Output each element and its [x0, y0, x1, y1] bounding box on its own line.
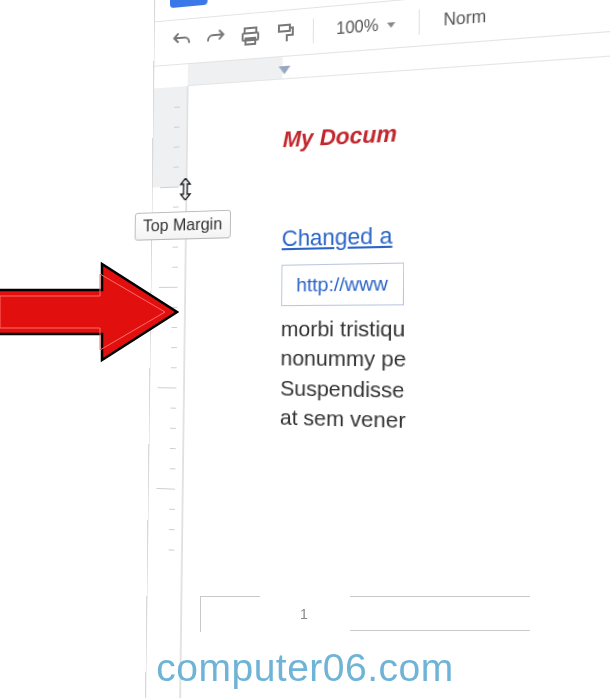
hyperlink-box[interactable]: http://www [281, 263, 404, 307]
print-button[interactable] [236, 20, 266, 53]
menu-file[interactable]: File [229, 0, 259, 4]
svg-rect-7 [279, 25, 290, 32]
doc-body-title[interactable]: My Docum [283, 94, 610, 153]
svg-rect-0 [170, 0, 208, 8]
body-line: at sem vener [280, 403, 610, 449]
body-line: morbi tristiqu [281, 312, 610, 346]
zoom-value: 100% [336, 16, 378, 38]
toolbar-separator [313, 19, 314, 44]
paragraph-style-dropdown[interactable]: Norm [432, 0, 497, 37]
watermark-text: computer06.com [0, 646, 610, 690]
undo-button[interactable] [167, 26, 195, 58]
app-window: Latin Homework ☆ File Edit View Insert F [145, 0, 610, 698]
page-break-region: 1 [0, 596, 610, 632]
docs-app-icon[interactable] [168, 0, 210, 10]
ruler-margin-shade [153, 86, 187, 187]
hyperlink-text: http://www [296, 272, 388, 295]
indent-marker-icon[interactable] [278, 66, 290, 75]
red-arrow-annotation [0, 262, 179, 362]
paint-format-button[interactable] [271, 17, 301, 50]
toolbar-separator [419, 9, 420, 35]
chevron-down-icon [387, 22, 395, 28]
style-value: Norm [443, 7, 486, 30]
redo-button[interactable] [201, 23, 230, 55]
doc-body-paragraph[interactable]: morbi tristiqu nonummy pe Suspendisse at… [280, 312, 610, 449]
page-number: 1 [300, 606, 308, 622]
doc-body-heading[interactable]: Changed a [282, 209, 610, 253]
resize-vertical-cursor-icon [177, 178, 194, 201]
top-margin-tooltip: Top Margin [135, 210, 232, 241]
zoom-dropdown[interactable]: 100% [326, 7, 406, 45]
